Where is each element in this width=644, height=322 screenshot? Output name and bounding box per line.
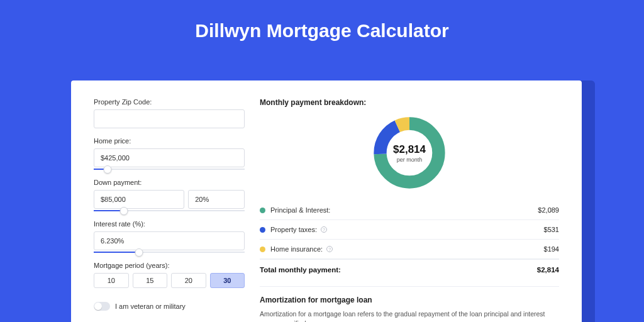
amortization-title: Amortization for mortgage loan: [260, 296, 559, 304]
period-label: Mortgage period (years):: [94, 262, 245, 269]
total-label: Total monthly payment:: [260, 266, 537, 274]
info-icon[interactable]: ?: [321, 226, 327, 233]
donut-chart: $2,814 per month: [371, 114, 448, 191]
breakdown-column: Monthly payment breakdown: $2,814 per mo…: [260, 98, 559, 322]
zip-label: Property Zip Code:: [94, 98, 245, 106]
interest-label: Interest rate (%):: [94, 220, 245, 228]
calculator-card: Property Zip Code: Home price: Down paym…: [71, 80, 582, 322]
donut-amount: $2,814: [393, 143, 426, 156]
total-row: Total monthly payment: $2,814: [260, 259, 559, 280]
slider-thumb[interactable]: [103, 165, 111, 174]
slider-thumb[interactable]: [120, 207, 128, 215]
interest-slider[interactable]: [94, 252, 245, 253]
period-option-20[interactable]: 20: [171, 273, 206, 288]
legend-value: $531: [544, 226, 559, 233]
veteran-toggle[interactable]: [94, 302, 110, 311]
total-value: $2,814: [537, 266, 559, 274]
legend-label: Property taxes: ?: [270, 226, 544, 233]
interest-field-group: Interest rate (%):: [94, 220, 245, 253]
interest-input[interactable]: [94, 231, 245, 250]
home-price-slider[interactable]: [94, 169, 245, 170]
legend-label: Principal & Interest:: [270, 206, 538, 214]
down-payment-field-group: Down payment:: [94, 179, 245, 211]
home-price-label: Home price:: [94, 137, 245, 145]
toggle-knob: [94, 303, 102, 310]
period-option-15[interactable]: 15: [133, 273, 168, 288]
donut-sub: per month: [397, 157, 423, 163]
period-field-group: Mortgage period (years): 10 15 20 30: [94, 262, 245, 288]
donut-center: $2,814 per month: [371, 114, 448, 191]
breakdown-title: Monthly payment breakdown:: [260, 98, 559, 107]
legend-dot: [260, 208, 265, 213]
legend-row-taxes: Property taxes: ? $531: [260, 220, 559, 240]
legend: Principal & Interest: $2,089 Property ta…: [260, 200, 559, 280]
donut-chart-wrap: $2,814 per month: [260, 112, 559, 200]
legend-value: $194: [544, 245, 559, 253]
legend-dot: [260, 247, 265, 252]
legend-label: Home insurance: ?: [270, 245, 544, 253]
amortization-block: Amortization for mortgage loan Amortizat…: [260, 286, 559, 322]
down-payment-pct-input[interactable]: [188, 190, 245, 209]
legend-dot: [260, 227, 265, 233]
down-payment-slider[interactable]: [94, 210, 245, 211]
zip-input[interactable]: [94, 109, 245, 128]
page-title: Dillwyn Mortgage Calculator: [0, 0, 644, 53]
home-price-field-group: Home price:: [94, 137, 245, 170]
legend-row-insurance: Home insurance: ? $194: [260, 240, 559, 259]
veteran-toggle-row: I am veteran or military: [94, 302, 245, 311]
inputs-column: Property Zip Code: Home price: Down paym…: [94, 98, 245, 322]
legend-row-principal: Principal & Interest: $2,089: [260, 201, 559, 220]
slider-thumb[interactable]: [135, 248, 143, 257]
veteran-label: I am veteran or military: [115, 303, 186, 310]
down-payment-amount-input[interactable]: [94, 190, 184, 209]
zip-field-group: Property Zip Code:: [94, 98, 245, 128]
amortization-text: Amortization for a mortgage loan refers …: [260, 309, 559, 322]
info-icon[interactable]: ?: [326, 246, 333, 252]
period-options: 10 15 20 30: [94, 273, 245, 288]
period-option-10[interactable]: 10: [94, 273, 129, 288]
period-option-30[interactable]: 30: [210, 273, 245, 288]
legend-value: $2,089: [538, 206, 559, 214]
home-price-input[interactable]: [94, 148, 245, 167]
down-payment-label: Down payment:: [94, 179, 245, 186]
